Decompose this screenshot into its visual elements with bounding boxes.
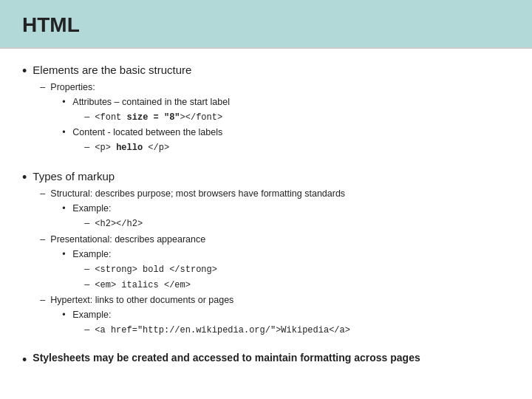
bullet-section-2: • Types of markup Structural: describes … — [22, 168, 510, 338]
bullet-heading-3: Stylesheets may be created and accessed … — [33, 351, 510, 366]
sub-sub-list-2b: Example: <strong> bold </strong> <em> it… — [50, 247, 510, 293]
slide-title: HTML — [22, 13, 510, 37]
sub-list-1: Properties: Attributes – contained in th… — [33, 80, 510, 155]
list-item: <h2></h2> — [84, 216, 510, 231]
code-snippet: <strong> bold </strong> — [95, 265, 217, 275]
sub-sub-sub-list-2: <p> hello </p> — [72, 140, 510, 155]
slide-header: HTML — [0, 0, 532, 49]
slide: HTML • Elements are the basic structure … — [0, 0, 532, 399]
list-item: Example: <strong> bold </strong> <em> it… — [62, 247, 510, 293]
bullet-heading-2: Types of markup — [33, 168, 510, 184]
code-snippet: <p> hello </p> — [95, 143, 169, 153]
sub-sub-list-2a: Example: <h2></h2> — [50, 201, 510, 231]
list-item: Example: <h2></h2> — [62, 201, 510, 231]
sub-sub-sub-list-1: <font size = "8"></font> — [72, 109, 510, 125]
bullet-content-3: Stylesheets may be created and accessed … — [33, 351, 510, 368]
bullet-section-1: • Elements are the basic structure Prope… — [22, 62, 510, 155]
sub-sub-sub-list-2b: <strong> bold </strong> <em> italics </e… — [72, 262, 510, 293]
list-item: Attributes – contained in the start labe… — [62, 95, 510, 125]
list-item: Structural: describes purpose; most brow… — [40, 186, 510, 231]
bullet-content-2: Types of markup Structural: describes pu… — [33, 168, 510, 338]
list-item: Example: <a href="http://en.wikipedia.or… — [62, 307, 510, 338]
list-item: <em> italics </em> — [84, 277, 510, 293]
slide-content: • Elements are the basic structure Prope… — [0, 49, 532, 399]
list-item: <p> hello </p> — [84, 140, 510, 155]
bullet-section-3: • Stylesheets may be created and accesse… — [22, 351, 510, 369]
list-item: <a href="http://en.wikipedia.org/">Wikip… — [84, 322, 510, 338]
bullet-heading-1: Elements are the basic structure — [33, 62, 510, 78]
code-snippet: <em> italics </em> — [95, 280, 191, 290]
sub-list-2: Structural: describes purpose; most brow… — [33, 186, 510, 338]
bullet-dot-1: • — [22, 63, 27, 80]
bullet-content-1: Elements are the basic structure Propert… — [33, 62, 510, 155]
sub-sub-list-2c: Example: <a href="http://en.wikipedia.or… — [50, 307, 510, 338]
bullet-dot-2: • — [22, 169, 27, 186]
list-item: Presentational: describes appearance Exa… — [40, 232, 510, 293]
list-item: <strong> bold </strong> — [84, 262, 510, 277]
code-snippet: <font size = "8"></font> — [95, 112, 222, 123]
list-item: Content - located between the labels <p>… — [62, 125, 510, 155]
list-item: <font size = "8"></font> — [84, 109, 510, 125]
list-item: Hypertext: links to other documents or p… — [40, 293, 510, 338]
list-item: Properties: Attributes – contained in th… — [40, 80, 510, 155]
code-snippet: <a href="http://en.wikipedia.org/">Wikip… — [95, 325, 350, 335]
sub-sub-sub-list-2c: <a href="http://en.wikipedia.org/">Wikip… — [72, 322, 510, 338]
bullet-dot-3: • — [22, 352, 27, 369]
sub-sub-list-1: Attributes – contained in the start labe… — [50, 95, 510, 155]
code-snippet: <h2></h2> — [95, 219, 143, 229]
sub-sub-sub-list-2a: <h2></h2> — [72, 216, 510, 231]
